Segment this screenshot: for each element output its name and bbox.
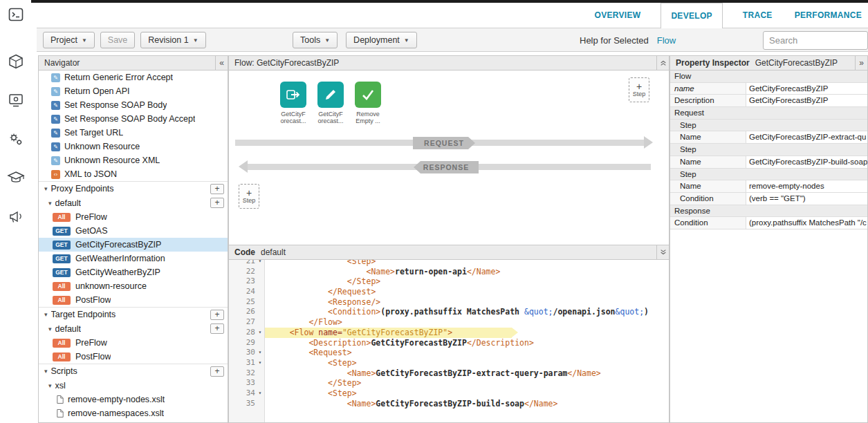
inspector-section-flow: Flow [670, 70, 867, 83]
api-proxies-icon[interactable] [7, 53, 25, 70]
code-line-32[interactable]: 32 <Name>GetCityForecastByZIP-extract-qu… [229, 368, 669, 379]
code-line-28[interactable]: 28▾ <Flow name="GetCityForecastByZIP"> [229, 328, 669, 338]
code-line-23[interactable]: 23 </Step> [229, 276, 669, 287]
terminal-icon[interactable] [7, 6, 25, 24]
tab-trace[interactable]: TRACE [741, 3, 775, 28]
policy-unknown-resource-xml[interactable]: ✎Unknown Resource XML [39, 153, 228, 167]
policy-set-response-soap-body[interactable]: ✎Set Response SOAP Body [39, 98, 228, 112]
tab-develop[interactable]: DEVELOP [661, 3, 722, 28]
section-scripts[interactable]: ▾Scripts+ [39, 364, 228, 378]
flow-postflow[interactable]: AllPostFlow [39, 350, 228, 364]
save-button[interactable]: Save [100, 32, 136, 48]
flow-getweatherinformation[interactable]: GETGetWeatherInformation [39, 252, 228, 265]
chevron-down-icon: ▼ [404, 37, 409, 44]
flow-getcityweatherbyzip[interactable]: GETGetCityWeatherByZIP [39, 265, 228, 279]
flow-postflow[interactable]: AllPostFlow [39, 293, 228, 307]
step-export-icon[interactable] [280, 82, 306, 108]
fold-caret-icon[interactable]: ▾ [255, 348, 265, 358]
subsection-default[interactable]: ▾default+ [39, 321, 228, 336]
flow-getoas[interactable]: GETGetOAS [39, 224, 228, 238]
code-line-29[interactable]: 29 <Description>GetCityForecastByZIP</De… [229, 338, 669, 348]
inspector-prop-name[interactable]: NameGetCityForecastByZIP-build-soap [670, 156, 867, 169]
code-line-33[interactable]: 33 </Step> [229, 378, 669, 388]
policy-icon: ✎ [51, 115, 60, 124]
policy-xml-to-json[interactable]: ‹›XML to JSON [39, 167, 228, 181]
subsection-xsl[interactable]: ▾xsl [39, 378, 228, 393]
collapse-panel-icon[interactable]: « [215, 56, 228, 70]
subsection-default[interactable]: ▾default+ [39, 196, 228, 210]
search-input[interactable] [763, 31, 868, 50]
fold-caret-icon [255, 399, 265, 409]
step-pencil-icon[interactable] [317, 82, 344, 108]
code-line-35[interactable]: 35 <Name>GetCityForecastByZIP-build-soap… [229, 399, 669, 409]
file-remove-namespaces-xslt[interactable]: remove-namespaces.xslt [39, 406, 228, 420]
code-line-31[interactable]: 31▾ <Step> [229, 358, 669, 368]
fold-caret-icon[interactable]: ▾ [255, 358, 265, 368]
expand-panel-icon[interactable]: » [855, 56, 867, 70]
tab-performance[interactable]: PERFORMANCE [793, 3, 864, 28]
tab-overview[interactable]: OVERVIEW [593, 3, 643, 28]
code-line-22[interactable]: 22 <Name>return-open-api</Name> [229, 267, 669, 277]
line-number: 33 [229, 378, 265, 388]
code-line-21[interactable]: 21▾ <Step> [229, 260, 669, 267]
inspector-prop-name[interactable]: NameGetCityForecastByZIP-extract-qu [670, 131, 867, 144]
code-line-24[interactable]: 24 </Request> [229, 287, 669, 297]
section-target-endpoints[interactable]: ▾Target Endpoints+ [39, 307, 228, 321]
inspector-section-response: Response [670, 205, 867, 218]
inspector-prop-description[interactable]: DescriptionGetCityForecastByZIP [670, 95, 867, 107]
fold-caret-icon[interactable]: ▾ [255, 388, 265, 399]
inspector-prop-condition[interactable]: Condition(verb == "GET") [670, 193, 867, 205]
flow-step-getcityf-orecast[interactable]: GetCityForecast... [317, 82, 344, 125]
add-button[interactable]: + [210, 366, 224, 377]
admin-icon[interactable] [7, 130, 25, 148]
fold-caret-icon[interactable]: ▾ [255, 260, 265, 267]
step-check-icon[interactable] [355, 82, 381, 108]
help-selected-link[interactable]: Flow [657, 35, 676, 46]
tools-menu-button[interactable]: Tools▼ [293, 32, 338, 48]
flow-header: Flow: GetCityForecastByZIP [229, 56, 669, 70]
flow-getcityforecastbyzip[interactable]: GETGetCityForecastByZIP [39, 238, 228, 252]
line-number: 23 [229, 276, 265, 287]
flow-step-remove-empty[interactable]: RemoveEmpty ... [355, 82, 381, 125]
policy-return-generic-error-accept[interactable]: ✎Return Generic Error Accept [39, 70, 228, 84]
policy-set-response-soap-body-accept[interactable]: ✎Set Response SOAP Body Accept [39, 112, 228, 126]
add-step-button[interactable]: + Step [629, 77, 649, 102]
code-line-26[interactable]: 26 <Condition>(proxy.pathsuffix MatchesP… [229, 307, 669, 317]
develop-icon[interactable] [7, 91, 25, 109]
add-step-button[interactable]: + Step [239, 184, 259, 209]
collapse-up-icon[interactable] [656, 56, 669, 70]
add-button[interactable]: + [210, 198, 224, 208]
revision-menu-button[interactable]: Revision 1▼ [140, 32, 205, 48]
code-line-27[interactable]: 27 </Flow> [229, 317, 669, 328]
code-editor[interactable]: 21▾ <Step>22 <Name>return-open-api</Name… [229, 260, 669, 422]
add-button[interactable]: + [210, 310, 224, 320]
policy-return-open-api[interactable]: ✎Return Open API [39, 84, 228, 98]
section-proxy-endpoints[interactable]: ▾Proxy Endpoints+ [39, 181, 228, 196]
learn-icon[interactable] [7, 169, 25, 187]
support-icon[interactable] [7, 207, 25, 225]
add-button[interactable]: + [210, 184, 224, 194]
inspector-prop-condition[interactable]: Condition(proxy.pathsuffix MatchesPath "… [670, 217, 867, 229]
code-subtitle: default [261, 247, 286, 257]
policy-set-target-url[interactable]: ✎Set Target URL [39, 126, 228, 140]
code-line-34[interactable]: 34▾ <Step> [229, 388, 669, 399]
flow-preflow[interactable]: AllPreFlow [39, 210, 228, 224]
code-line-25[interactable]: 25 <Response/> [229, 297, 669, 308]
method-badge: GET [53, 254, 71, 263]
expand-down-icon[interactable] [656, 245, 669, 259]
property-table: FlownameGetCityForecastByZIPDescriptionG… [670, 70, 867, 229]
flow-preflow[interactable]: AllPreFlow [39, 336, 228, 350]
inspector-prop-name[interactable]: Nameremove-empty-nodes [670, 180, 867, 193]
deployment-menu-button[interactable]: Deployment▼ [346, 32, 417, 48]
file-remove-empty-nodes-xslt[interactable]: remove-empty-nodes.xslt [39, 393, 228, 406]
policy-unknown-resource[interactable]: ✎Unknown Resource [39, 140, 228, 153]
code-line-30[interactable]: 30▾ <Request> [229, 348, 669, 358]
flow-step-getcityf-orecast[interactable]: GetCityForecast... [280, 82, 306, 125]
fold-caret-icon[interactable]: ▾ [255, 328, 265, 338]
add-button[interactable]: + [210, 323, 224, 334]
fold-caret-icon [255, 267, 265, 277]
inspector-section-step: Step [670, 144, 867, 156]
inspector-prop-name[interactable]: nameGetCityForecastByZIP [670, 83, 867, 95]
flow-unknown-resource[interactable]: Allunknown-resource [39, 279, 228, 293]
project-menu-button[interactable]: Project▼ [43, 32, 95, 48]
